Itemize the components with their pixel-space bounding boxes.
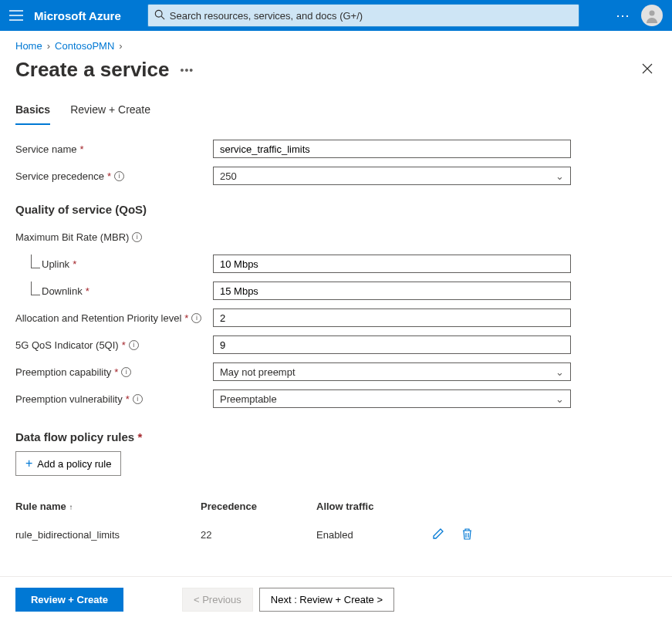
avatar[interactable] bbox=[641, 5, 663, 26]
preempt-vuln-label: Preemption vulnerability* i bbox=[15, 393, 213, 405]
tab-basics[interactable]: Basics bbox=[15, 97, 50, 125]
azure-topbar: Microsoft Azure ⋯ bbox=[0, 0, 672, 31]
table-row: rule_bidirectional_limits 22 Enabled bbox=[15, 518, 571, 551]
next-button[interactable]: Next : Review + Create > bbox=[259, 588, 394, 612]
qos-heading: Quality of service (QoS) bbox=[15, 203, 571, 216]
info-icon[interactable]: i bbox=[114, 171, 124, 181]
qos5qi-input[interactable] bbox=[213, 335, 571, 354]
previous-button: < Previous bbox=[182, 588, 253, 612]
service-precedence-select[interactable]: 250 ⌄ bbox=[213, 167, 571, 185]
edit-icon[interactable] bbox=[432, 528, 444, 542]
uplink-input[interactable] bbox=[213, 255, 571, 273]
downlink-label: Downlink* bbox=[15, 285, 213, 297]
chevron-right-icon: › bbox=[119, 40, 122, 52]
search-icon bbox=[154, 9, 165, 22]
preempt-cap-select[interactable]: May not preempt ⌄ bbox=[213, 362, 571, 381]
plus-icon: + bbox=[25, 457, 32, 470]
info-icon[interactable]: i bbox=[133, 394, 143, 404]
uplink-label: Uplink* bbox=[15, 258, 213, 270]
info-icon[interactable]: i bbox=[121, 367, 131, 377]
arp-label: Allocation and Retention Priority level*… bbox=[15, 312, 213, 324]
chevron-down-icon: ⌄ bbox=[555, 170, 564, 182]
rule-precedence: 22 bbox=[201, 529, 316, 541]
chevron-down-icon: ⌄ bbox=[555, 393, 564, 405]
service-name-input[interactable] bbox=[213, 140, 571, 158]
preempt-vuln-select[interactable]: Preemptable ⌄ bbox=[213, 389, 571, 408]
service-precedence-label: Service precedence* i bbox=[15, 170, 213, 182]
rule-allow: Enabled bbox=[316, 529, 432, 541]
mbr-label: Maximum Bit Rate (MBR) i bbox=[15, 231, 213, 243]
rule-name: rule_bidirectional_limits bbox=[15, 529, 201, 541]
column-rule-name[interactable]: Rule name ↑ bbox=[15, 501, 201, 512]
downlink-input[interactable] bbox=[213, 282, 571, 300]
preempt-cap-label: Preemption capability* i bbox=[15, 366, 213, 378]
service-name-label: Service name* bbox=[15, 143, 213, 155]
more-icon[interactable]: ⋯ bbox=[616, 7, 630, 24]
column-allow-traffic[interactable]: Allow traffic bbox=[316, 501, 432, 512]
global-search[interactable] bbox=[147, 4, 579, 27]
tabs: Basics Review + Create bbox=[0, 97, 672, 125]
svg-point-2 bbox=[650, 11, 655, 16]
column-precedence[interactable]: Precedence bbox=[201, 501, 316, 512]
review-create-button[interactable]: Review + Create bbox=[15, 588, 123, 612]
chevron-right-icon: › bbox=[47, 40, 50, 52]
title-row: Create a service ••• bbox=[0, 55, 672, 97]
tab-review-create[interactable]: Review + Create bbox=[70, 97, 150, 125]
info-icon[interactable]: i bbox=[132, 232, 142, 242]
title-more-icon[interactable]: ••• bbox=[180, 64, 194, 76]
close-button[interactable] bbox=[638, 59, 657, 80]
breadcrumb: Home › ContosoPMN › bbox=[0, 31, 672, 55]
hamburger-icon[interactable] bbox=[9, 10, 23, 21]
svg-line-1 bbox=[161, 16, 164, 19]
add-policy-rule-button[interactable]: + Add a policy rule bbox=[15, 451, 121, 476]
sort-ascending-icon: ↑ bbox=[69, 503, 73, 511]
breadcrumb-contosopmn[interactable]: ContosoPMN bbox=[55, 40, 114, 52]
svg-point-0 bbox=[155, 10, 162, 17]
info-icon[interactable]: i bbox=[191, 313, 201, 323]
trash-icon[interactable] bbox=[461, 528, 473, 542]
rules-heading: Data flow policy rules * bbox=[15, 430, 571, 443]
wizard-footer: Review + Create < Previous Next : Review… bbox=[0, 576, 672, 617]
arp-input[interactable] bbox=[213, 308, 571, 327]
chevron-down-icon: ⌄ bbox=[555, 366, 564, 378]
qos5qi-label: 5G QoS Indicator (5QI)* i bbox=[15, 339, 213, 351]
info-icon[interactable]: i bbox=[129, 340, 139, 350]
brand-label[interactable]: Microsoft Azure bbox=[34, 9, 121, 22]
rules-table: Rule name ↑ Precedence Allow traffic rul… bbox=[15, 494, 571, 551]
service-form: Service name* Service precedence* i 250 … bbox=[0, 125, 586, 551]
search-input[interactable] bbox=[170, 10, 572, 22]
breadcrumb-home[interactable]: Home bbox=[15, 40, 42, 52]
page-title: Create a service bbox=[15, 58, 169, 82]
